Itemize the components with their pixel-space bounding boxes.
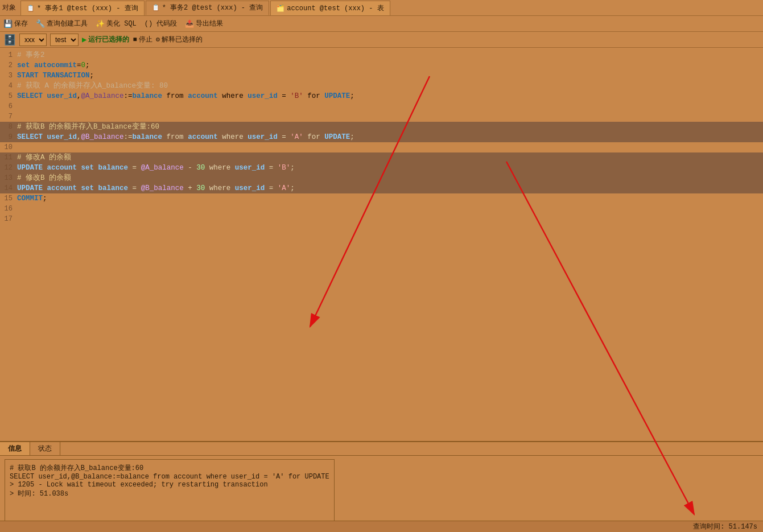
- result-line-4: > 时间: 51.038s: [10, 489, 329, 498]
- code-line-12: 12UPDATE account set balance = @A_balanc…: [0, 163, 763, 173]
- code-line-2: 2set autocommit=0;: [0, 60, 763, 71]
- code-line-5: 5SELECT user_id,@A_balance:=balance from…: [0, 91, 763, 101]
- line-content-1: # 事务2: [17, 50, 763, 60]
- bottom-panel: 信息 状态 # 获取B 的余额并存入B_balance变量:60 SELECT …: [0, 441, 763, 532]
- line-content-5: SELECT user_id,@A_balance:=balance from …: [17, 91, 763, 101]
- code-line-4: 4# 获取 A 的余额并存入A_balance变量: 80: [0, 81, 763, 91]
- query-builder-button[interactable]: 🔧 查询创建工具: [36, 19, 88, 28]
- save-icon: 💾: [3, 19, 13, 28]
- line-content-15: COMMIT;: [17, 193, 763, 204]
- tab-status[interactable]: 状态: [30, 442, 60, 455]
- database-select[interactable]: test: [50, 34, 79, 46]
- query-builder-icon: 🔧: [36, 19, 45, 28]
- line-number-12: 12: [0, 163, 17, 173]
- line-number-15: 15: [0, 193, 17, 204]
- line-content-3: START TRANSACTION;: [17, 71, 763, 81]
- status-bar: 查询时间: 51.147s: [0, 521, 763, 532]
- code-line-17: 17: [0, 214, 763, 224]
- run-label: 运行已选择的: [88, 35, 129, 44]
- code-snippet-button[interactable]: () 代码段: [145, 19, 178, 28]
- save-button[interactable]: 💾 保存: [3, 19, 28, 28]
- explain-button[interactable]: ⚙ 解释已选择的: [156, 35, 203, 44]
- line-content-14: UPDATE account set balance = @B_balance …: [17, 183, 763, 193]
- line-number-17: 17: [0, 214, 17, 224]
- tab-info-label: 信息: [8, 445, 22, 453]
- line-content-4: # 获取 A 的余额并存入A_balance变量: 80: [17, 81, 763, 91]
- code-line-1: 1# 事务2: [0, 50, 763, 60]
- object-label: 对象: [2, 3, 16, 13]
- stop-button[interactable]: ■ 停止: [133, 35, 152, 44]
- run-icon: ▶: [82, 35, 86, 44]
- export-button[interactable]: 📤 导出结果: [185, 19, 223, 28]
- explain-icon: ⚙: [156, 35, 160, 44]
- export-icon: 📤: [185, 19, 194, 28]
- line-content-12: UPDATE account set balance = @A_balance …: [17, 163, 763, 173]
- main-toolbar: 💾 保存 🔧 查询创建工具 ✨ 美化 SQL () 代码段 📤 导出结果: [0, 16, 763, 32]
- export-label: 导出结果: [196, 19, 223, 28]
- result-line-2: SELECT user_id,@B_balance:=balance from …: [10, 473, 329, 481]
- line-number-14: 14: [0, 183, 17, 193]
- line-number-9: 9: [0, 132, 17, 142]
- query-toolbar: 🗄️ xxx test ▶ 运行已选择的 ■ 停止 ⚙ 解释已选择的: [0, 32, 763, 48]
- beautify-icon: ✨: [96, 19, 105, 28]
- line-number-13: 13: [0, 173, 17, 183]
- tab-transaction2[interactable]: 📋 * 事务2 @test (xxx) - 查询: [146, 1, 270, 15]
- code-line-9: 9SELECT user_id,@B_balance:=balance from…: [0, 132, 763, 142]
- explain-label: 解释已选择的: [162, 35, 203, 44]
- result-lines: # 获取B 的余额并存入B_balance变量:60 SELECT user_i…: [5, 460, 334, 502]
- code-line-8: 8# 获取B 的余额并存入B_balance变量:60: [0, 122, 763, 132]
- beautify-button[interactable]: ✨ 美化 SQL: [96, 19, 137, 28]
- tab-account-table[interactable]: 🗂️ account @test (xxx) - 表: [270, 1, 390, 15]
- tab2-label: * 事务2 @test (xxx) - 查询: [162, 3, 263, 13]
- line-content-8: # 获取B 的余额并存入B_balance变量:60: [17, 122, 763, 132]
- result-line-1: # 获取B 的余额并存入B_balance变量:60: [10, 463, 329, 473]
- line-number-11: 11: [0, 152, 17, 163]
- run-button[interactable]: ▶ 运行已选择的: [82, 35, 129, 44]
- line-content-2: set autocommit=0;: [17, 60, 763, 71]
- line-content-13: # 修改B 的余额: [17, 173, 763, 183]
- code-line-10: 10: [0, 142, 763, 152]
- main-container: 1# 事务22set autocommit=0;3START TRANSACTI…: [0, 48, 763, 532]
- stop-label: 停止: [139, 35, 152, 44]
- line-number-8: 8: [0, 122, 17, 132]
- line-number-7: 7: [0, 112, 17, 122]
- line-number-2: 2: [0, 60, 17, 71]
- tab1-icon: 📋: [27, 5, 35, 12]
- code-line-14: 14UPDATE account set balance = @B_balanc…: [0, 183, 763, 193]
- code-line-11: 11# 修改A 的余额: [0, 152, 763, 163]
- line-number-16: 16: [0, 204, 17, 214]
- tab3-icon: 🗂️: [277, 5, 284, 12]
- line-content-11: # 修改A 的余额: [17, 152, 763, 163]
- code-line-3: 3START TRANSACTION;: [0, 71, 763, 81]
- line-number-6: 6: [0, 101, 17, 112]
- code-line-16: 16: [0, 204, 763, 214]
- panel-tabs: 信息 状态: [0, 442, 763, 456]
- connection-select[interactable]: xxx: [19, 34, 47, 46]
- tab2-icon: 📋: [152, 4, 160, 11]
- code-line-13: 13# 修改B 的余额: [0, 173, 763, 183]
- title-bar: 对象 📋 * 事务1 @test (xxx) - 查询 📋 * 事务2 @tes…: [0, 0, 763, 16]
- beautify-label: 美化 SQL: [106, 19, 137, 28]
- line-number-5: 5: [0, 91, 17, 101]
- query-builder-label: 查询创建工具: [47, 19, 88, 28]
- tab-info[interactable]: 信息: [0, 442, 30, 455]
- tab-transaction1[interactable]: 📋 * 事务1 @test (xxx) - 查询: [20, 1, 145, 15]
- code-line-7: 7: [0, 112, 763, 122]
- result-line-3: > 1205 - Lock wait timeout exceeded; try…: [10, 481, 329, 489]
- line-number-3: 3: [0, 71, 17, 81]
- code-snippet-label: () 代码段: [145, 19, 178, 28]
- result-box: # 获取B 的余额并存入B_balance变量:60 SELECT user_i…: [5, 459, 335, 527]
- stop-icon: ■: [133, 36, 137, 44]
- db-icon: 🗄️: [3, 34, 16, 46]
- query-time: 查询时间: 51.147s: [693, 522, 757, 531]
- code-line-6: 6: [0, 101, 763, 112]
- tab3-label: account @test (xxx) - 表: [287, 3, 383, 13]
- save-label: 保存: [14, 19, 28, 28]
- editor-container[interactable]: 1# 事务22set autocommit=0;3START TRANSACTI…: [0, 48, 763, 441]
- tab1-label: * 事务1 @test (xxx) - 查询: [37, 3, 138, 13]
- line-number-4: 4: [0, 81, 17, 91]
- line-number-10: 10: [0, 142, 17, 152]
- line-number-1: 1: [0, 50, 17, 60]
- line-content-9: SELECT user_id,@B_balance:=balance from …: [17, 132, 763, 142]
- tab-status-label: 状态: [38, 445, 52, 453]
